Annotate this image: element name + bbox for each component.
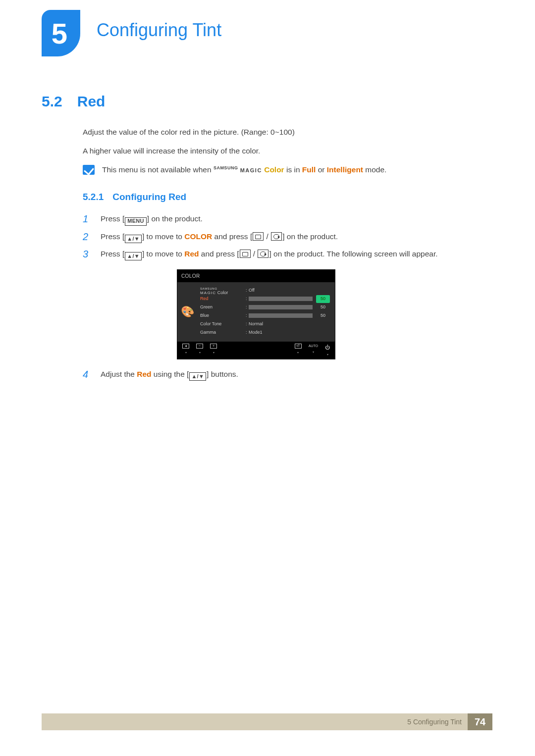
step-3: 3 Press [▲/▼] to move to Red and press [… xyxy=(83,248,479,260)
chapter-title: Configuring Tint xyxy=(97,20,221,41)
t: Press [ xyxy=(101,232,124,241)
minus-icon: −▾ xyxy=(196,344,203,357)
note-text: This menu is not available when SAMSUNG … xyxy=(102,164,479,176)
osd-value: 50 xyxy=(316,295,330,303)
section-number: 5.2 xyxy=(42,93,62,110)
t: ] to move to xyxy=(142,232,184,241)
osd-screenshot: COLOR 🎨 SAMSUNG MAGIC Color : Off Red xyxy=(177,269,479,359)
osd-value: Normal xyxy=(249,321,316,328)
t: ] on the product. The following screen w… xyxy=(269,250,437,258)
power-icon: ⏻▾ xyxy=(325,344,330,357)
note-icon xyxy=(83,165,95,175)
osd-row-magiccolor: SAMSUNG MAGIC Color : Off xyxy=(200,286,330,295)
step-text: Press [▲/▼] to move to Red and press [ /… xyxy=(101,248,438,260)
mode-full: Full xyxy=(302,165,316,174)
osd-value: 50 xyxy=(316,312,330,319)
osd-value: Off xyxy=(249,287,316,294)
plus-icon: +▾ xyxy=(210,344,217,357)
note-mid1: is in xyxy=(286,165,302,174)
step-1: 1 Press [MENU] on the product. xyxy=(83,213,479,225)
step-number: 2 xyxy=(83,231,92,243)
magic-label: MAGIC xyxy=(240,167,262,173)
t: ] on the product. xyxy=(147,214,203,223)
t: ] buttons. xyxy=(207,370,238,378)
t: and press [ xyxy=(212,232,252,241)
mode-intelligent: Intelligent xyxy=(327,165,363,174)
footer-label: 5 Configuring Tint xyxy=(407,713,468,730)
osd-row-blue: Blue : 50 xyxy=(200,311,330,320)
enter-icon xyxy=(271,232,282,241)
osd-label: Red xyxy=(200,296,246,302)
osd-slider xyxy=(249,313,313,318)
t: ] to move to xyxy=(142,250,184,258)
step-2: 2 Press [▲/▼] to move to COLOR and press… xyxy=(83,231,479,243)
t: Press [ xyxy=(101,250,124,258)
step-number: 3 xyxy=(83,248,92,260)
osd-row-green: Green : 50 xyxy=(200,303,330,311)
step-text: Adjust the Red using the [▲/▼] buttons. xyxy=(101,368,238,381)
source-icon xyxy=(253,232,264,241)
osd-row-colortone: Color Tone : Normal xyxy=(200,320,330,328)
paragraph-range: Adjust the value of the color red in the… xyxy=(83,126,479,138)
note-post: mode. xyxy=(365,165,386,174)
osd-row-red: Red : 50 xyxy=(200,295,330,303)
section-heading: 5.2 Red xyxy=(42,93,105,110)
samsung-label: SAMSUNG xyxy=(214,165,238,170)
osd-value: 50 xyxy=(316,304,330,311)
magic-color-word: Color xyxy=(264,165,284,174)
chapter-badge: 5 xyxy=(42,10,80,56)
steps-list-cont: 4 Adjust the Red using the [▲/▼] buttons… xyxy=(83,368,479,381)
menu-button-glyph: MENU xyxy=(125,217,147,226)
enter-icon xyxy=(258,250,268,258)
back-icon: ◂▾ xyxy=(182,344,189,357)
t: ] on the product. xyxy=(282,232,338,241)
enter-icon: ⏎▾ xyxy=(295,344,302,357)
osd-label: Green xyxy=(200,304,246,311)
osd-slider xyxy=(249,305,313,309)
step-number: 1 xyxy=(83,213,92,225)
t: MAGIC xyxy=(200,291,216,295)
body-column: Adjust the value of the color red in the… xyxy=(83,126,479,386)
palette-icon: 🎨 xyxy=(177,282,197,342)
t: Adjust the xyxy=(101,370,137,378)
step-number: 4 xyxy=(83,368,92,381)
section-title: Red xyxy=(77,93,106,110)
osd-row-gamma: Gamma : Mode1 xyxy=(200,328,330,337)
note: This menu is not available when SAMSUNG … xyxy=(83,164,479,176)
osd-label: Color Tone xyxy=(200,321,246,328)
t: using the [ xyxy=(152,370,189,378)
steps-list: 1 Press [MENU] on the product. 2 Press [… xyxy=(83,213,479,260)
osd-footer: ◂▾ −▾ +▾ ⏎▾ AUTO▾ ⏻▾ xyxy=(177,342,335,359)
page-number: 74 xyxy=(468,713,492,730)
t: SAMSUNG xyxy=(200,287,217,290)
step-text: Press [MENU] on the product. xyxy=(101,213,203,225)
page-footer: 5 Configuring Tint 74 xyxy=(42,713,492,730)
subsection-number: 5.2.1 xyxy=(83,190,104,204)
updown-glyph: ▲/▼ xyxy=(189,372,206,381)
t: Color xyxy=(216,290,228,295)
step-text: Press [▲/▼] to move to COLOR and press [… xyxy=(101,231,338,243)
auto-label: AUTO▾ xyxy=(309,344,318,357)
paragraph-intensity: A higher value will increase the intensi… xyxy=(83,145,479,157)
step-4: 4 Adjust the Red using the [▲/▼] buttons… xyxy=(83,368,479,381)
subsection-title: Configuring Red xyxy=(112,190,186,204)
osd-value: Mode1 xyxy=(249,329,316,336)
osd-title: COLOR xyxy=(177,270,335,283)
red-keyword: Red xyxy=(137,370,151,378)
color-keyword: COLOR xyxy=(184,232,212,241)
osd-label: SAMSUNG MAGIC Color xyxy=(200,286,246,295)
t: Press [ xyxy=(101,214,124,223)
subsection-heading: 5.2.1 Configuring Red xyxy=(83,190,479,204)
t: and press [ xyxy=(199,250,239,258)
updown-glyph: ▲/▼ xyxy=(125,252,142,260)
osd-label: Gamma xyxy=(200,329,246,336)
osd-slider xyxy=(249,297,313,301)
source-icon xyxy=(240,250,251,258)
red-keyword: Red xyxy=(184,250,199,258)
osd-label: Blue xyxy=(200,312,246,319)
note-or: or xyxy=(318,165,327,174)
note-pre: This menu is not available when xyxy=(102,165,214,174)
updown-glyph: ▲/▼ xyxy=(125,235,142,243)
